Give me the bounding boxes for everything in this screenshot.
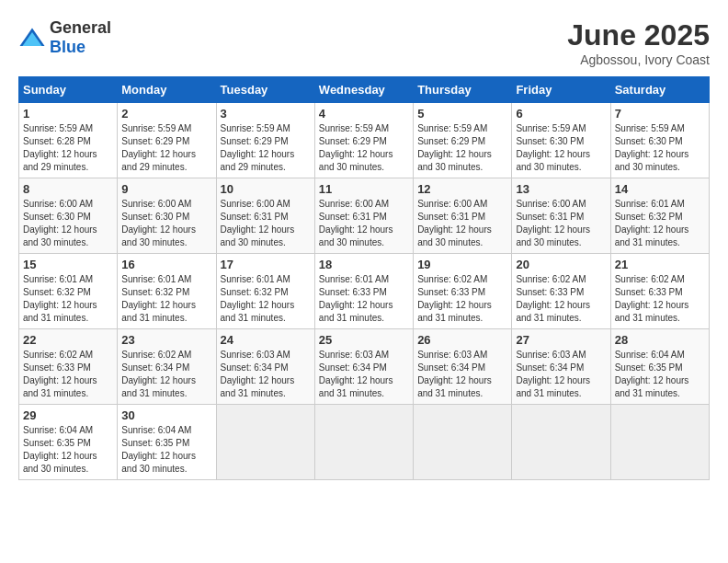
table-row [216,405,314,480]
day-number: 10 [221,182,311,196]
table-row: 17Sunrise: 6:01 AM Sunset: 6:32 PM Dayli… [216,254,314,329]
day-info: Sunrise: 5:59 AM Sunset: 6:29 PM Dayligh… [319,122,409,174]
day-number: 21 [615,258,705,271]
day-number: 15 [23,258,113,271]
table-row [314,405,413,480]
day-number: 9 [121,182,211,196]
table-row: 19Sunrise: 6:02 AM Sunset: 6:33 PM Dayli… [414,254,512,329]
table-row: 23Sunrise: 6:02 AM Sunset: 6:34 PM Dayli… [118,329,216,405]
table-row: 13Sunrise: 6:00 AM Sunset: 6:31 PM Dayli… [512,178,610,254]
table-row: 7Sunrise: 5:59 AM Sunset: 6:30 PM Daylig… [610,103,709,178]
table-row: 18Sunrise: 6:01 AM Sunset: 6:33 PM Dayli… [314,254,413,329]
day-number: 7 [615,107,705,121]
day-info: Sunrise: 6:03 AM Sunset: 6:34 PM Dayligh… [221,349,311,400]
table-row: 10Sunrise: 6:00 AM Sunset: 6:31 PM Dayli… [216,178,314,254]
table-row: 8Sunrise: 6:00 AM Sunset: 6:30 PM Daylig… [19,178,118,254]
day-number: 25 [319,333,409,347]
day-info: Sunrise: 6:02 AM Sunset: 6:33 PM Dayligh… [23,349,113,400]
day-info: Sunrise: 6:01 AM Sunset: 6:32 PM Dayligh… [221,273,311,325]
week-row-4: 22Sunrise: 6:02 AM Sunset: 6:33 PM Dayli… [19,329,710,405]
calendar-subtitle: Agbossou, Ivory Coast [567,52,710,67]
day-info: Sunrise: 5:59 AM Sunset: 6:28 PM Dayligh… [23,122,113,174]
table-row: 21Sunrise: 6:02 AM Sunset: 6:33 PM Dayli… [610,254,709,329]
week-row-3: 15Sunrise: 6:01 AM Sunset: 6:32 PM Dayli… [19,254,710,329]
day-number: 1 [23,107,113,121]
day-number: 26 [417,333,507,347]
day-info: Sunrise: 6:04 AM Sunset: 6:35 PM Dayligh… [23,424,113,476]
day-info: Sunrise: 6:02 AM Sunset: 6:33 PM Dayligh… [417,273,507,325]
table-row: 20Sunrise: 6:02 AM Sunset: 6:33 PM Dayli… [512,254,610,329]
header-saturday: Saturday [610,77,709,103]
day-number: 2 [121,107,211,121]
day-number: 28 [615,333,705,347]
table-row: 3Sunrise: 5:59 AM Sunset: 6:29 PM Daylig… [216,103,314,178]
table-row [610,405,709,480]
day-info: Sunrise: 5:59 AM Sunset: 6:30 PM Dayligh… [615,122,705,174]
table-row: 1Sunrise: 5:59 AM Sunset: 6:28 PM Daylig… [19,103,118,178]
day-number: 8 [23,182,113,196]
day-info: Sunrise: 6:00 AM Sunset: 6:31 PM Dayligh… [319,198,409,249]
header-monday: Monday [118,77,216,103]
day-number: 22 [23,333,113,347]
header-wednesday: Wednesday [314,77,413,103]
day-number: 18 [319,258,409,271]
table-row: 16Sunrise: 6:01 AM Sunset: 6:32 PM Dayli… [118,254,216,329]
day-number: 23 [121,333,211,347]
header-thursday: Thursday [414,77,512,103]
day-info: Sunrise: 6:00 AM Sunset: 6:31 PM Dayligh… [516,198,606,249]
logo: General Blue [18,18,111,57]
table-row: 5Sunrise: 5:59 AM Sunset: 6:29 PM Daylig… [414,103,512,178]
table-row: 22Sunrise: 6:02 AM Sunset: 6:33 PM Dayli… [19,329,118,405]
day-info: Sunrise: 6:03 AM Sunset: 6:34 PM Dayligh… [516,349,606,400]
header-tuesday: Tuesday [216,77,314,103]
table-row: 6Sunrise: 5:59 AM Sunset: 6:30 PM Daylig… [512,103,610,178]
table-row: 12Sunrise: 6:00 AM Sunset: 6:31 PM Dayli… [414,178,512,254]
logo-text: General Blue [50,18,111,57]
day-info: Sunrise: 6:03 AM Sunset: 6:34 PM Dayligh… [417,349,507,400]
day-number: 11 [319,182,409,196]
day-number: 5 [417,107,507,121]
day-info: Sunrise: 6:04 AM Sunset: 6:35 PM Dayligh… [615,349,705,400]
day-number: 16 [121,258,211,271]
table-row [414,405,512,480]
day-number: 14 [615,182,705,196]
table-row: 25Sunrise: 6:03 AM Sunset: 6:34 PM Dayli… [314,329,413,405]
day-info: Sunrise: 6:01 AM Sunset: 6:32 PM Dayligh… [121,273,211,325]
day-info: Sunrise: 6:00 AM Sunset: 6:31 PM Dayligh… [417,198,507,249]
day-info: Sunrise: 6:01 AM Sunset: 6:32 PM Dayligh… [615,198,705,249]
title-area: June 2025 Agbossou, Ivory Coast [567,18,710,67]
table-row: 24Sunrise: 6:03 AM Sunset: 6:34 PM Dayli… [216,329,314,405]
table-row: 29Sunrise: 6:04 AM Sunset: 6:35 PM Dayli… [19,405,118,480]
calendar-title: June 2025 [567,18,710,52]
table-row: 30Sunrise: 6:04 AM Sunset: 6:35 PM Dayli… [118,405,216,480]
table-row: 14Sunrise: 6:01 AM Sunset: 6:32 PM Dayli… [610,178,709,254]
calendar-table: Sunday Monday Tuesday Wednesday Thursday… [18,76,710,480]
day-info: Sunrise: 6:00 AM Sunset: 6:30 PM Dayligh… [23,198,113,249]
day-info: Sunrise: 5:59 AM Sunset: 6:29 PM Dayligh… [121,122,211,174]
week-row-2: 8Sunrise: 6:00 AM Sunset: 6:30 PM Daylig… [19,178,710,254]
day-info: Sunrise: 5:59 AM Sunset: 6:29 PM Dayligh… [417,122,507,174]
table-row: 11Sunrise: 6:00 AM Sunset: 6:31 PM Dayli… [314,178,413,254]
table-row: 4Sunrise: 5:59 AM Sunset: 6:29 PM Daylig… [314,103,413,178]
day-info: Sunrise: 6:04 AM Sunset: 6:35 PM Dayligh… [121,424,211,476]
day-info: Sunrise: 6:00 AM Sunset: 6:31 PM Dayligh… [221,198,311,249]
day-info: Sunrise: 6:02 AM Sunset: 6:34 PM Dayligh… [121,349,211,400]
day-info: Sunrise: 6:00 AM Sunset: 6:30 PM Dayligh… [121,198,211,249]
day-number: 4 [319,107,409,121]
table-row [512,405,610,480]
table-row: 2Sunrise: 5:59 AM Sunset: 6:29 PM Daylig… [118,103,216,178]
day-number: 30 [121,408,211,422]
logo-icon [18,27,46,49]
day-number: 3 [221,107,311,121]
day-number: 24 [221,333,311,347]
day-number: 29 [23,408,113,422]
day-info: Sunrise: 6:01 AM Sunset: 6:32 PM Dayligh… [23,273,113,325]
weekday-header-row: Sunday Monday Tuesday Wednesday Thursday… [19,77,710,103]
table-row: 27Sunrise: 6:03 AM Sunset: 6:34 PM Dayli… [512,329,610,405]
table-row: 15Sunrise: 6:01 AM Sunset: 6:32 PM Dayli… [19,254,118,329]
week-row-5: 29Sunrise: 6:04 AM Sunset: 6:35 PM Dayli… [19,405,710,480]
day-number: 12 [417,182,507,196]
day-number: 13 [516,182,606,196]
day-info: Sunrise: 6:02 AM Sunset: 6:33 PM Dayligh… [516,273,606,325]
header-sunday: Sunday [19,77,118,103]
